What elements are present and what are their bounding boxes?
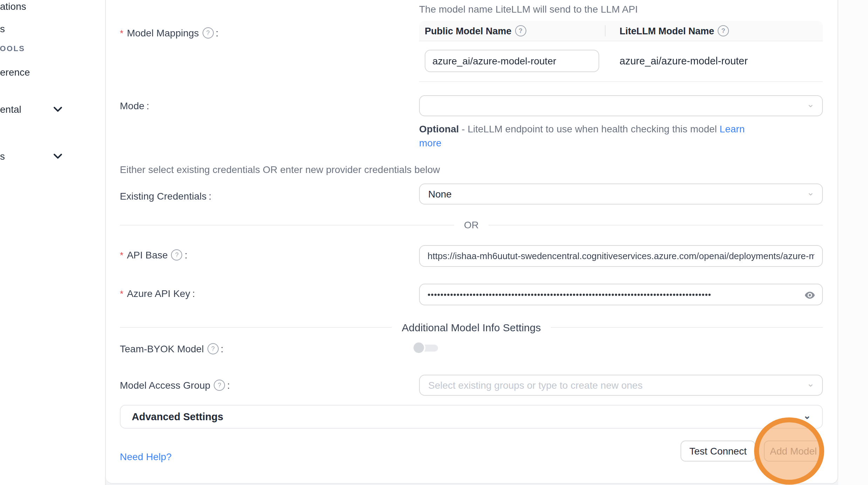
help-question-icon[interactable]: ? [171, 249, 183, 261]
need-help-link[interactable]: Need Help? [120, 451, 172, 462]
existing-credentials-select[interactable]: None ⌄ [419, 183, 823, 205]
divider-line [488, 224, 823, 225]
chevron-down-icon: ⌄ [807, 187, 814, 198]
help-question-icon[interactable]: ? [207, 343, 219, 354]
help-question-icon[interactable]: ? [203, 27, 214, 39]
toggle-knob [414, 342, 424, 353]
credentials-note: Either select existing credentials OR en… [120, 164, 440, 175]
test-connect-button[interactable]: Test Connect [681, 441, 756, 462]
info-settings-divider-label: Additional Model Info Settings [402, 321, 541, 333]
divider-line [120, 224, 454, 225]
mode-select[interactable]: ⌄ [419, 95, 823, 116]
api-base-label: * API Base ? : [120, 248, 187, 262]
azure-api-key-input[interactable]: ••••••••••••••••••••••••••••••••••••••••… [419, 284, 823, 305]
info-settings-divider: Additional Model Info Settings [120, 321, 823, 333]
eye-icon[interactable] [804, 289, 816, 301]
model-mappings-label: * Model Mappings ? : [120, 26, 218, 40]
column-header-public-model-name: Public Model Name ? [419, 25, 605, 36]
help-question-icon[interactable]: ? [718, 25, 729, 36]
public-model-name-input[interactable] [425, 50, 599, 72]
mode-label: Mode : [120, 99, 149, 113]
team-byok-toggle[interactable] [414, 342, 438, 353]
model-mappings-table: Public Model Name ? LiteLLM Model Name ?… [419, 21, 823, 82]
or-divider-label: OR [464, 219, 479, 230]
chevron-down-icon: ⌄ [807, 378, 814, 389]
divider-line [551, 327, 823, 327]
model-access-group-placeholder: Select existing groups or type to create… [428, 380, 643, 391]
model-access-group-select[interactable]: Select existing groups or type to create… [419, 375, 823, 396]
required-asterisk: * [120, 250, 123, 260]
chevron-down-icon: ⌄ [803, 410, 811, 421]
existing-credentials-value: None [428, 188, 452, 200]
required-asterisk: * [120, 28, 123, 38]
column-divider [605, 25, 606, 36]
required-asterisk: * [120, 288, 123, 299]
learn-more-link[interactable]: Learn [720, 123, 745, 134]
or-divider: OR [120, 219, 823, 230]
api-base-input[interactable] [419, 245, 823, 267]
existing-credentials-label: Existing Credentials : [120, 189, 211, 203]
column-header-litellm-model-name: LiteLLM Model Name ? [605, 25, 729, 36]
help-question-icon[interactable]: ? [515, 25, 526, 36]
add-model-page: ations s TOOLS erence ental s The model … [0, 0, 868, 485]
model-access-group-label: Model Access Group ? : [120, 378, 230, 392]
masked-password-value: ••••••••••••••••••••••••••••••••••••••••… [428, 290, 711, 299]
help-question-icon[interactable]: ? [214, 380, 225, 391]
azure-api-key-label: * Azure API Key : [120, 286, 195, 300]
mode-helper-text: Optional - LiteLLM endpoint to use when … [419, 122, 745, 150]
table-row: azure_ai/azure-model-router [419, 41, 823, 82]
add-model-button[interactable]: Add Model [764, 441, 823, 462]
divider-line [120, 327, 392, 327]
model-name-helper-text: The model name LiteLLM will send to the … [419, 4, 638, 15]
advanced-settings-label: Advanced Settings [132, 411, 223, 422]
chevron-down-icon: ⌄ [807, 99, 814, 109]
learn-more-link[interactable]: more [419, 137, 442, 148]
add-model-form: The model name LiteLLM will send to the … [0, 0, 868, 485]
team-byok-label: Team-BYOK Model ? : [120, 342, 223, 356]
advanced-settings-panel[interactable]: Advanced Settings ⌄ [120, 405, 823, 429]
litellm-model-name-value: azure_ai/azure-model-router [620, 55, 748, 67]
table-header-row: Public Model Name ? LiteLLM Model Name ? [419, 21, 823, 41]
